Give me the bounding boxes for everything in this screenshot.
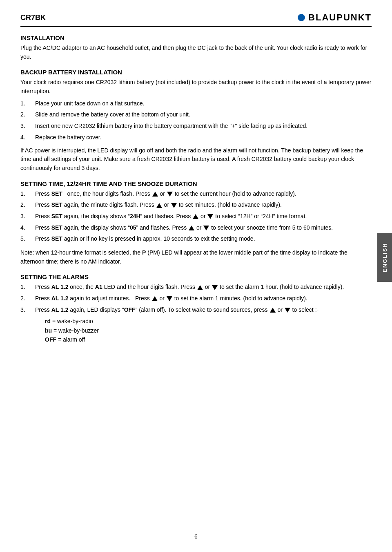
arrow-up-icon [152, 192, 158, 197]
installation-title: INSTALLATION [20, 34, 372, 41]
list-content: Press SET again or if no key is pressed … [35, 235, 372, 244]
backup-battery-after: If AC power is interrupted, the LED disp… [20, 146, 372, 173]
list-num: 4. [20, 223, 35, 232]
list-item: 4. Press SET again, the display shows “0… [20, 223, 372, 232]
setting-time-title: SETTING TIME, 12/24HR TIME AND THE SNOOZ… [20, 180, 372, 187]
list-item: 2. Press AL 1.2 again to adjust minutes.… [20, 294, 372, 303]
installation-para1: Plug the AC/DC adaptor to an AC househol… [20, 44, 372, 61]
english-sidebar: ENGLISH [377, 233, 392, 282]
list-item: 1. Place your unit face down on a flat s… [20, 99, 372, 108]
list-item: 4. Replace the battery cover. [20, 133, 372, 142]
setting-time-section: SETTING TIME, 12/24HR TIME AND THE SNOOZ… [20, 180, 372, 266]
list-num: 1. [20, 283, 35, 292]
list-item: 3. Press AL 1.2 again, LED displays “OFF… [20, 306, 372, 315]
list-item: 1. Press AL 1.2 once, the A1 LED and the… [20, 283, 372, 292]
brand-dot-icon [298, 14, 305, 21]
arrow-up-icon [152, 296, 158, 301]
arrow-down-icon [171, 203, 177, 208]
list-num: 2. [20, 110, 35, 119]
list-item: 1. Press SET once, the hour digits flash… [20, 190, 372, 199]
brand-logo: BLAUPUNKT [298, 12, 372, 23]
model-number: CR7BK [20, 13, 46, 22]
list-item: 3. Insert one new CR2032 lithium battery… [20, 122, 372, 131]
list-content: Press SET again, the display shows “05” … [35, 223, 372, 232]
setting-alarms-title: SETTING THE ALARMS [20, 273, 372, 280]
arrow-up-icon [270, 308, 276, 313]
list-content: Press SET again, the minute digits flash… [35, 201, 372, 210]
list-content: Replace the battery cover. [35, 133, 372, 142]
list-item: 2. Slide and remove the battery cover at… [20, 110, 372, 119]
setting-alarms-section: SETTING THE ALARMS 1. Press AL 1.2 once,… [20, 273, 372, 344]
list-content: Press AL 1.2 again, LED displays “OFF” (… [35, 306, 372, 315]
arrow-up-icon [193, 214, 198, 219]
arrow-down-icon [167, 296, 172, 301]
backup-battery-list: 1. Place your unit face down on a flat s… [20, 99, 372, 142]
list-num: 4. [20, 133, 35, 142]
arrow-down-icon [207, 214, 213, 219]
installation-section: INSTALLATION Plug the AC/DC adaptor to a… [20, 34, 372, 61]
setting-alarms-list: 1. Press AL 1.2 once, the A1 LED and the… [20, 283, 372, 314]
list-item: 3. Press SET again, the display shows “2… [20, 212, 372, 221]
arrow-down-icon [203, 226, 209, 230]
list-num: 3. [20, 306, 35, 315]
list-content: Slide and remove the battery cover at th… [35, 110, 372, 119]
setting-time-note: Note: when 12-hour time format is select… [20, 248, 372, 266]
wake-source-off: OFF = alarm off [45, 335, 372, 344]
list-num: 3. [20, 212, 35, 221]
list-num: 3. [20, 122, 35, 131]
wake-sources-list: rd = wake-by-radio bu = wake-by-buzzer O… [45, 317, 372, 344]
arrow-down-icon [212, 285, 218, 290]
backup-battery-title: BACKUP BATTERY INSTALLATION [20, 69, 372, 76]
backup-battery-intro: Your clock radio requires one CR2032 lit… [20, 78, 372, 96]
arrow-up-icon [197, 285, 203, 290]
list-content: Press AL 1.2 once, the A1 LED and the ho… [35, 283, 372, 292]
list-content: Place your unit face down on a flat surf… [35, 99, 372, 108]
list-num: 2. [20, 294, 35, 303]
arrow-up-icon [189, 226, 194, 230]
page: CR7BK BLAUPUNKT INSTALLATION Plug the AC… [0, 0, 392, 552]
arrow-down-icon [167, 192, 173, 197]
backup-battery-section: BACKUP BATTERY INSTALLATION Your clock r… [20, 69, 372, 172]
list-content: Press SET again, the display shows “24H”… [35, 212, 372, 221]
setting-time-list: 1. Press SET once, the hour digits flash… [20, 190, 372, 244]
wake-source-rd: rd = wake-by-radio [45, 317, 372, 326]
list-item: 2. Press SET again, the minute digits fl… [20, 201, 372, 210]
header: CR7BK BLAUPUNKT [20, 12, 372, 27]
list-item: 5. Press SET again or if no key is press… [20, 235, 372, 244]
brand-name: BLAUPUNKT [308, 12, 372, 23]
list-num: 1. [20, 190, 35, 199]
list-num: 1. [20, 99, 35, 108]
list-content: Press SET once, the hour digits flash. P… [35, 190, 372, 199]
list-num: 2. [20, 201, 35, 210]
list-content: Insert one new CR2032 lithium battery in… [35, 122, 372, 131]
arrow-up-icon [156, 203, 162, 208]
list-content: Press AL 1.2 again to adjust minutes. Pr… [35, 294, 372, 303]
wake-source-bu: bu = wake-by-buzzer [45, 326, 372, 335]
page-number: 6 [194, 533, 198, 540]
list-num: 5. [20, 235, 35, 244]
arrow-down-icon [285, 308, 290, 313]
